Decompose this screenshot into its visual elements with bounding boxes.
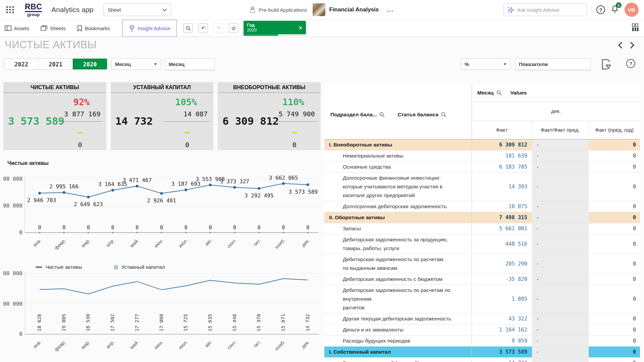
column-header-fact-vs-prev[interactable]: Факт/Факт пред. [532, 121, 589, 139]
row-label[interactable]: Дебиторская задолженность за продукцию, … [324, 234, 472, 254]
row-prev-year-value: 0 [589, 313, 640, 324]
clear-selections-button[interactable]: ⊘ [229, 23, 238, 33]
svg-text:3 292 495: 3 292 495 [245, 192, 274, 199]
month-listbox[interactable]: Месяц [165, 58, 215, 70]
net-assets-line-chart[interactable]: 4 000 0002 000 00002 946 7032 995 1662 6… [3, 166, 321, 252]
sheets-button[interactable]: Sheets [41, 25, 66, 31]
app-thumbnail[interactable] [313, 3, 325, 16]
svg-text:4 000 000: 4 000 000 [3, 271, 22, 277]
column-header-fact-prev-year[interactable]: Факт (пред. год) [589, 121, 640, 139]
row-label[interactable]: Дебиторская задолженность по расчетам: п… [324, 254, 472, 274]
filter-pane-button[interactable] [601, 59, 611, 71]
ask-insight-advisor-box[interactable] [503, 3, 587, 16]
table-row[interactable]: I. Внеоборотные активы6 309 812-0 [324, 139, 640, 150]
row-ratio-value: - [532, 358, 589, 362]
svg-text:3 573 589: 3 573 589 [288, 189, 318, 195]
table-row[interactable]: Другая текущая дебиторская задолженность… [324, 313, 640, 324]
row-label[interactable]: Дебиторская задолженность с бюджетом [324, 274, 472, 285]
row-fact-value: 14 393 [472, 173, 532, 201]
help-icon[interactable]: ? [626, 59, 635, 68]
row-label[interactable]: Долгосрочные финансовые инвестиции: кото… [324, 173, 472, 201]
search-icon[interactable] [496, 90, 502, 96]
filter-controls-row: 202220212020 Месяц▼ Месяц %▼ Показатели … [4, 58, 635, 70]
row-label[interactable]: Дебиторская задолженность по расчетам по… [324, 285, 472, 313]
chip-close-icon[interactable]: ✕ [298, 25, 303, 31]
step-forward-button[interactable]: ↷ [214, 23, 223, 33]
row-label[interactable]: Основные средства [324, 162, 472, 172]
table-row[interactable]: Основные средства6 183 705-0 [324, 162, 640, 173]
bar-legend-swatch [114, 265, 118, 269]
column-header-values[interactable]: Values [511, 90, 527, 96]
row-fact-value: 205 290 [472, 254, 532, 274]
column-header-balance-item[interactable]: Статья баланса [397, 89, 446, 139]
row-label[interactable]: Запасы [324, 223, 472, 234]
assets-button[interactable]: Assets [5, 25, 29, 31]
net-assets-vs-capital-chart-block: Чистые активы Уставный капитал 4 000 000… [3, 263, 321, 355]
row-label[interactable]: Расходы будущих периодов [324, 336, 472, 346]
table-row[interactable]: Нематериальные активы101 639-0 [324, 150, 640, 162]
column-header-month[interactable]: Месяц [477, 90, 502, 96]
svg-text:0: 0 [160, 225, 163, 231]
bookmarks-button[interactable]: Bookmarks [77, 25, 110, 32]
indicators-listbox[interactable]: Показатели [515, 58, 591, 70]
app-grid-menu-icon[interactable] [5, 5, 15, 14]
month-dropdown[interactable]: Месяц▼ [111, 58, 161, 70]
combo-chart[interactable]: 4 000 0002 000 000018 62819 00516 53017 … [3, 271, 321, 354]
table-row[interactable]: Зарегистрированный (долевой) капитал14 7… [324, 358, 640, 362]
kpi-main-value: 6 309 812 [222, 115, 279, 127]
row-label[interactable]: Другая текущая дебиторская задолженность [324, 313, 472, 324]
step-back-button[interactable]: ↶ [199, 23, 208, 33]
row-label[interactable]: I. Внеоборотные активы [324, 139, 472, 150]
user-avatar[interactable]: VB [625, 3, 639, 17]
row-prev-year-value: 0 [589, 254, 640, 274]
year-button-2022[interactable]: 2022 [4, 59, 39, 70]
row-fact-value: 14 732 [472, 358, 532, 362]
ask-insight-advisor-input[interactable] [517, 7, 578, 13]
row-label[interactable]: II. Оборотные активы [324, 212, 472, 223]
table-row[interactable]: Дебиторская задолженность по расчетам по… [324, 285, 640, 313]
svg-text:16 530: 16 530 [85, 314, 91, 331]
overflow-menu-button[interactable]: ... [387, 6, 394, 13]
year-button-2020[interactable]: 2020 [73, 59, 107, 70]
prebuild-applications-link[interactable]: Pre-build Applications [249, 6, 307, 13]
year-button-2021[interactable]: 2021 [39, 59, 73, 70]
table-row[interactable]: Расходы будущих периодов9 959-0 [324, 336, 640, 347]
column-header-fact[interactable]: Факт [472, 121, 532, 139]
table-row[interactable]: Дебиторская задолженность по расчетам: п… [324, 254, 640, 274]
table-row[interactable]: Деньги и их эквиваленты1 164 162-0 [324, 324, 640, 336]
search-icon[interactable] [379, 112, 385, 117]
sheet-layout-button[interactable] [631, 23, 639, 33]
filter-chip-year[interactable]: Год 2020 ✕ [244, 21, 306, 36]
table-row[interactable]: Дебиторская задолженность за продукцию, … [324, 234, 640, 254]
table-row[interactable]: Долгосрочная дебиторская задолженность10… [324, 201, 640, 212]
kpi-footer-value: 0 [271, 141, 318, 149]
table-row[interactable]: Дебиторская задолженность с бюджетом-35 … [324, 274, 640, 285]
table-row[interactable]: I. Собственный капитал3 573 589-0 [324, 347, 640, 358]
smart-search-button[interactable] [183, 23, 193, 33]
kpi-title: УСТАВНЫЙ КАПИТАЛ [111, 82, 214, 93]
table-row[interactable]: II. Оборотные активы7 498 315-0 [324, 212, 640, 223]
current-app-name: Financial Analysis [329, 6, 379, 13]
percent-dropdown[interactable]: %▼ [461, 58, 511, 70]
kpi-row: ЧИСТЫЕ АКТИВЫ3 573 58992%3 877 1690УСТАВ… [3, 82, 321, 150]
column-header-balance-subsection[interactable]: Подраздел бала... [330, 89, 385, 139]
kpi-title: ЧИСТЫЕ АКТИВЫ [3, 82, 106, 93]
next-sheet-icon[interactable] [630, 42, 635, 49]
measure-headers: Месяц Values дек. Факт Факт/Факт пред. Ф… [472, 84, 640, 139]
legend-item[interactable]: Уставный капитал [114, 264, 165, 270]
row-label[interactable]: Нематериальные активы [324, 150, 472, 161]
help-icon[interactable]: ? [596, 5, 605, 14]
prev-sheet-icon[interactable] [618, 42, 623, 49]
insight-advisor-button[interactable]: Insight Advisor [122, 20, 177, 37]
svg-text:0: 0 [306, 225, 309, 231]
search-icon[interactable] [441, 112, 446, 117]
legend-item[interactable]: Чистые активы [36, 264, 82, 270]
sheet-selector[interactable]: Sheet [103, 3, 171, 16]
row-label[interactable]: Долгосрочная дебиторская задолженность [324, 201, 472, 212]
table-row[interactable]: Долгосрочные финансовые инвестиции: кото… [324, 173, 640, 201]
row-label[interactable]: Деньги и их эквиваленты [324, 324, 472, 335]
notifications-button[interactable]: 1 [610, 5, 619, 15]
table-row[interactable]: Запасы5 661 001-0 [324, 223, 640, 234]
row-label[interactable]: I. Собственный капитал [324, 347, 472, 357]
row-label[interactable]: Зарегистрированный (долевой) капитал [324, 358, 472, 362]
